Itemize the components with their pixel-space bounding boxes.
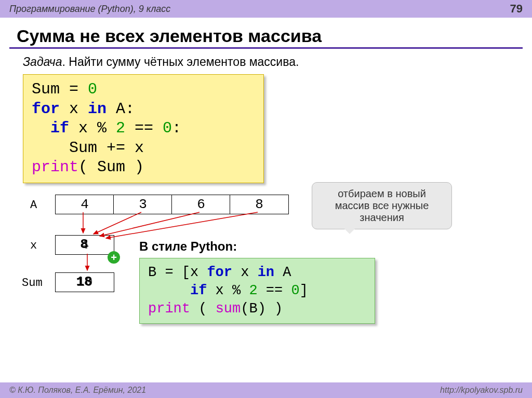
label-x: x xyxy=(30,239,37,252)
array-cell-3: 8 xyxy=(230,195,289,214)
plus-icon: + xyxy=(108,251,120,264)
task-label: Задача xyxy=(23,55,62,68)
title-rule xyxy=(9,47,523,49)
copyright: © К.Ю. Поляков, Е.А. Ерёмин, 2021 xyxy=(9,386,146,395)
array-cell-0: 4 xyxy=(55,195,114,214)
code-block-1: Sum = 0 for x in A: if x % 2 == 0: Sum +… xyxy=(23,74,264,183)
x-current: 8 xyxy=(60,235,108,254)
sum-current: 18 xyxy=(63,272,105,291)
footer-url: http://kpolyakov.spb.ru xyxy=(440,386,523,395)
python-style-label: В стиле Python: xyxy=(139,239,237,254)
label-A: A xyxy=(30,199,37,212)
slide-title: Сумма не всех элементов массива xyxy=(17,26,532,46)
page-number: 79 xyxy=(510,2,523,16)
task-line: Задача. Найти сумму чётных элементов мас… xyxy=(23,55,532,69)
svg-line-3 xyxy=(106,212,258,238)
callout-note: отбираем в новый массив все нужные значе… xyxy=(312,182,452,229)
code-block-2: B = [x for x in A if x % 2 == 0] print (… xyxy=(139,258,375,324)
slide-header: Программирование (Python), 9 класс 79 xyxy=(0,0,532,18)
course-title: Программирование (Python), 9 класс xyxy=(9,4,170,15)
task-text: . Найти сумму чётных элементов массива. xyxy=(62,55,299,68)
label-Sum: Sum xyxy=(22,277,43,290)
array-cell-1: 3 xyxy=(113,195,172,214)
trace-diagram: A 4 3 6 8 x 4 8 + Sum 10 18 отбираем в н… xyxy=(0,193,532,343)
svg-line-1 xyxy=(94,212,141,234)
svg-line-2 xyxy=(100,212,200,236)
slide-footer: © К.Ю. Поляков, Е.А. Ерёмин, 2021 http:/… xyxy=(0,382,532,398)
array-cell-2: 6 xyxy=(171,195,231,214)
